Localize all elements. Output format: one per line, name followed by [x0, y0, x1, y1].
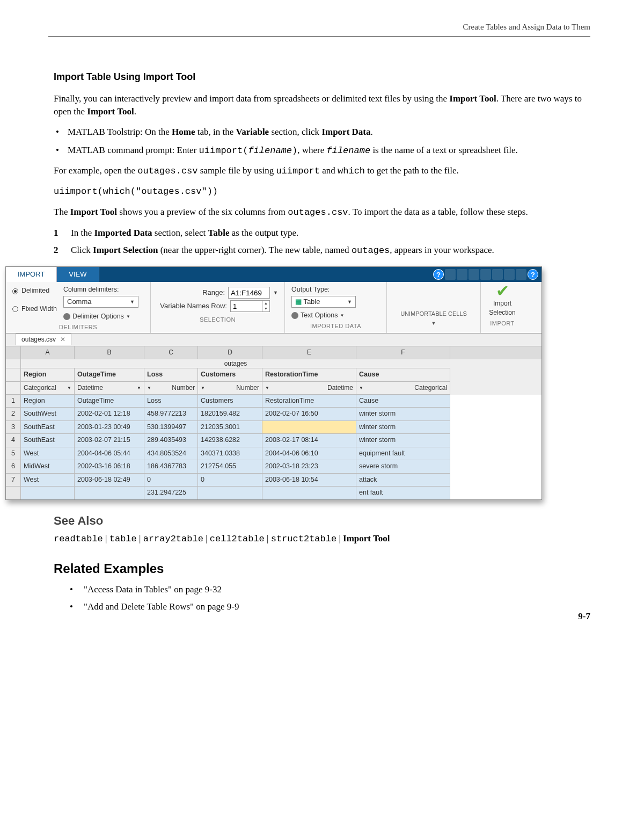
cell[interactable]: severe storm: [356, 460, 450, 474]
row-number[interactable]: 7: [6, 474, 21, 487]
cell[interactable]: 2003-02-17 08:14: [262, 434, 356, 447]
cell[interactable]: 2003-01-23 00:49: [75, 421, 144, 434]
help-icon[interactable]: ?: [433, 269, 444, 280]
cell[interactable]: equipment fault: [356, 447, 450, 461]
var-header[interactable]: OutageTime: [75, 368, 144, 382]
cell[interactable]: 0: [144, 474, 198, 487]
cell[interactable]: 434.8053524: [144, 447, 198, 461]
cell[interactable]: 142938.6282: [198, 434, 262, 447]
cut-icon[interactable]: [457, 269, 467, 280]
radio-delimited[interactable]: Delimited: [12, 286, 57, 296]
cell[interactable]: 1820159.482: [198, 408, 262, 421]
print-icon[interactable]: [516, 269, 526, 280]
cell[interactable]: SouthEast: [21, 421, 75, 434]
related-link[interactable]: "Add and Delete Table Rows" on page 9-9: [70, 600, 590, 613]
cell[interactable]: [262, 487, 356, 499]
col-letter[interactable]: D: [198, 346, 262, 359]
row-number[interactable]: 5: [6, 447, 21, 461]
cell[interactable]: MidWest: [21, 460, 75, 474]
cell[interactable]: 212754.055: [198, 460, 262, 474]
cell[interactable]: 186.4367783: [144, 460, 198, 474]
col-letter[interactable]: E: [262, 346, 356, 359]
var-type-select[interactable]: Datetime▼: [75, 382, 144, 395]
spinner-down-icon[interactable]: ▼: [262, 306, 269, 311]
text-options-button[interactable]: Text Options ▼: [291, 311, 380, 321]
cell[interactable]: 2002-03-18 23:23: [262, 460, 356, 474]
see-also-link[interactable]: cell2table: [210, 534, 265, 544]
cell[interactable]: Region: [21, 395, 75, 408]
cell[interactable]: 2003-02-07 21:15: [75, 434, 144, 447]
cell[interactable]: 0: [198, 474, 262, 487]
var-type-select[interactable]: ▼Datetime: [262, 382, 356, 395]
variable-names-row-spinner[interactable]: ▲▼: [230, 300, 270, 312]
cell[interactable]: Cause: [356, 395, 450, 408]
cell[interactable]: [75, 487, 144, 499]
var-type-select[interactable]: ▼Number: [144, 382, 198, 395]
row-number[interactable]: 4: [6, 434, 21, 447]
tab-view[interactable]: VIEW: [57, 267, 99, 282]
cell[interactable]: 231.2947225: [144, 487, 198, 499]
cell[interactable]: 2003-06-18 10:54: [262, 474, 356, 487]
var-header[interactable]: Loss: [144, 368, 198, 382]
var-type-select[interactable]: ▼Number: [198, 382, 262, 395]
see-also-link[interactable]: readtable: [54, 534, 103, 544]
see-also-link[interactable]: struct2table: [271, 534, 336, 544]
cell[interactable]: winter storm: [356, 434, 450, 447]
row-number[interactable]: 6: [6, 460, 21, 474]
chevron-down-icon[interactable]: ▼: [431, 320, 436, 327]
see-also-link[interactable]: Import Tool: [343, 533, 390, 543]
delimiter-options-button[interactable]: Delimiter Options ▼: [63, 312, 138, 322]
col-letter[interactable]: F: [356, 346, 450, 359]
import-selection-button[interactable]: ✔: [493, 285, 511, 299]
row-number[interactable]: 3: [6, 421, 21, 434]
cell[interactable]: [198, 487, 262, 499]
var-header[interactable]: Region: [21, 368, 75, 382]
col-letter[interactable]: C: [144, 346, 198, 359]
col-letter[interactable]: A: [21, 346, 75, 359]
cell[interactable]: West: [21, 474, 75, 487]
see-also-link[interactable]: array2table: [143, 534, 203, 544]
cell[interactable]: 2004-04-06 05:44: [75, 447, 144, 461]
cell[interactable]: Customers: [198, 395, 262, 408]
cell[interactable]: 2002-03-16 06:18: [75, 460, 144, 474]
cell[interactable]: winter storm: [356, 408, 450, 421]
cell[interactable]: winter storm: [356, 421, 450, 434]
cell[interactable]: 340371.0338: [198, 447, 262, 461]
column-delimiter-select[interactable]: Comma▼: [63, 296, 138, 308]
paste-icon[interactable]: [480, 269, 491, 280]
cell[interactable]: SouthEast: [21, 434, 75, 447]
table-name-cell[interactable]: outages: [21, 359, 450, 369]
cell[interactable]: OutageTime: [75, 395, 144, 408]
var-type-select[interactable]: ▼Categorical: [356, 382, 450, 395]
cell[interactable]: 530.1399497: [144, 421, 198, 434]
row-number[interactable]: 1: [6, 395, 21, 408]
document-tab[interactable]: outages.csv ✕: [16, 333, 71, 345]
save-icon[interactable]: [445, 269, 456, 280]
chevron-down-icon[interactable]: ▼: [273, 289, 278, 296]
var-header[interactable]: RestorationTime: [262, 368, 356, 382]
see-also-link[interactable]: table: [109, 534, 137, 544]
var-header[interactable]: Customers: [198, 368, 262, 382]
cell[interactable]: [262, 421, 356, 434]
cell[interactable]: [21, 487, 75, 499]
cell[interactable]: 458.9772213: [144, 408, 198, 421]
undo-icon[interactable]: [492, 269, 503, 280]
cell[interactable]: 2004-04-06 06:10: [262, 447, 356, 461]
radio-fixed-width[interactable]: Fixed Width: [12, 304, 57, 314]
cell[interactable]: RestorationTime: [262, 395, 356, 408]
cell[interactable]: ent fault: [356, 487, 450, 499]
related-link[interactable]: "Access Data in Tables" on page 9-32: [70, 583, 590, 596]
tab-import[interactable]: IMPORT: [6, 267, 57, 282]
close-icon[interactable]: ✕: [60, 335, 65, 344]
cell[interactable]: 2002-02-07 16:50: [262, 408, 356, 421]
output-type-select[interactable]: ▦ Table ▼: [291, 296, 356, 308]
cell[interactable]: 289.4035493: [144, 434, 198, 447]
cell[interactable]: 2003-06-18 02:49: [75, 474, 144, 487]
var-header[interactable]: Cause: [356, 368, 450, 382]
range-input[interactable]: [228, 287, 270, 299]
help2-icon[interactable]: ?: [528, 269, 538, 280]
row-number[interactable]: 2: [6, 408, 21, 421]
cell[interactable]: 212035.3001: [198, 421, 262, 434]
cell[interactable]: attack: [356, 474, 450, 487]
spinner-value[interactable]: [231, 301, 262, 311]
